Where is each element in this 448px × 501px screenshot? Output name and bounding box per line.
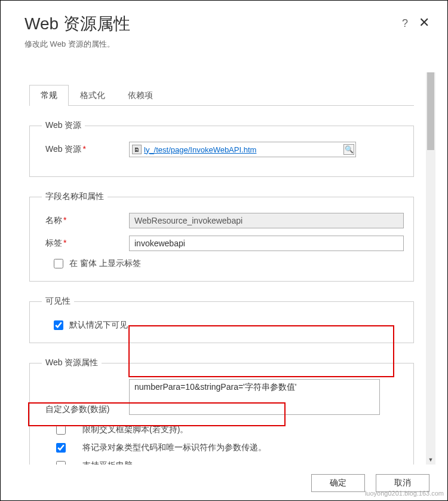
web-resource-lookup[interactable]: 🗎 ly_/test/page/InvokeWebAPI.htm 🔍 [129,142,356,157]
pass-record-id-checkbox[interactable] [56,443,66,453]
show-label-checkbox[interactable] [54,259,63,268]
dialog-content: 常规 格式化 依赖项 Web 资源 Web 资源* 🗎 ly_/test/pag… [19,72,426,465]
restrict-cross-frame-checkbox[interactable] [56,425,66,435]
section-web-resource-legend: Web 资源 [42,120,85,131]
tab-formatting[interactable]: 格式化 [69,85,116,106]
show-label-text: 在 窗体 上显示标签 [69,258,141,269]
dialog-header: Web 资源属性 ? ✕ 修改此 Web 资源的属性。 [1,1,447,56]
default-visible-text: 默认情况下可见 [69,320,128,331]
name-input[interactable] [129,213,404,228]
name-label: 名称* [39,215,129,226]
search-lookup-icon[interactable]: 🔍 [343,144,354,155]
pass-record-id-text: 将记录对象类型代码和唯一标识符作为参数传递。 [82,442,266,453]
tab-dependencies[interactable]: 依赖项 [116,85,164,106]
tag-input[interactable] [129,236,404,251]
dialog-title: Web 资源属性 [24,13,402,35]
help-icon[interactable]: ? [402,17,408,30]
tag-label: 标签* [39,238,129,249]
section-field-legend: 字段名称和属性 [42,191,108,202]
web-resource-properties-dialog: Web 资源属性 ? ✕ 修改此 Web 资源的属性。 常规 格式化 依赖项 W… [1,1,447,500]
support-tablet-text: 支持平板电脑 [82,460,133,465]
close-icon[interactable]: ✕ [419,15,429,30]
watermark: luoyong0201.blog.163.com [365,490,444,497]
custom-param-input[interactable] [129,379,380,415]
support-tablet-checkbox[interactable] [56,461,66,465]
section-properties: Web 资源属性 自定义参数(数据) 限制交叉框架脚本(若支持)。 将记录对象类… [29,358,414,465]
tab-bar: 常规 格式化 依赖项 [29,84,414,106]
page-icon: 🗎 [132,145,142,154]
restrict-cross-frame-text: 限制交叉框架脚本(若支持)。 [82,424,188,435]
web-resource-value[interactable]: ly_/test/page/InvokeWebAPI.htm [144,145,343,154]
tab-general[interactable]: 常规 [29,85,69,106]
section-web-resource: Web 资源 Web 资源* 🗎 ly_/test/page/InvokeWeb… [29,120,414,177]
scroll-down-icon[interactable]: ▼ [426,455,435,465]
section-visibility: 可见性 默认情况下可见 [29,296,414,343]
section-field-name: 字段名称和属性 名称* 标签* 在 窗体 上显示标签 [29,191,414,282]
ok-button[interactable]: 确定 [311,474,365,492]
dialog-subtitle: 修改此 Web 资源的属性。 [24,39,429,50]
default-visible-checkbox[interactable] [54,320,63,330]
vertical-scrollbar[interactable]: ▲ ▼ [426,72,435,465]
section-properties-legend: Web 资源属性 [42,358,102,368]
custom-param-label: 自定义参数(数据) [39,379,129,415]
web-resource-label: Web 资源* [39,144,129,155]
scrollbar-thumb[interactable] [427,72,434,150]
section-visibility-legend: 可见性 [42,296,74,307]
